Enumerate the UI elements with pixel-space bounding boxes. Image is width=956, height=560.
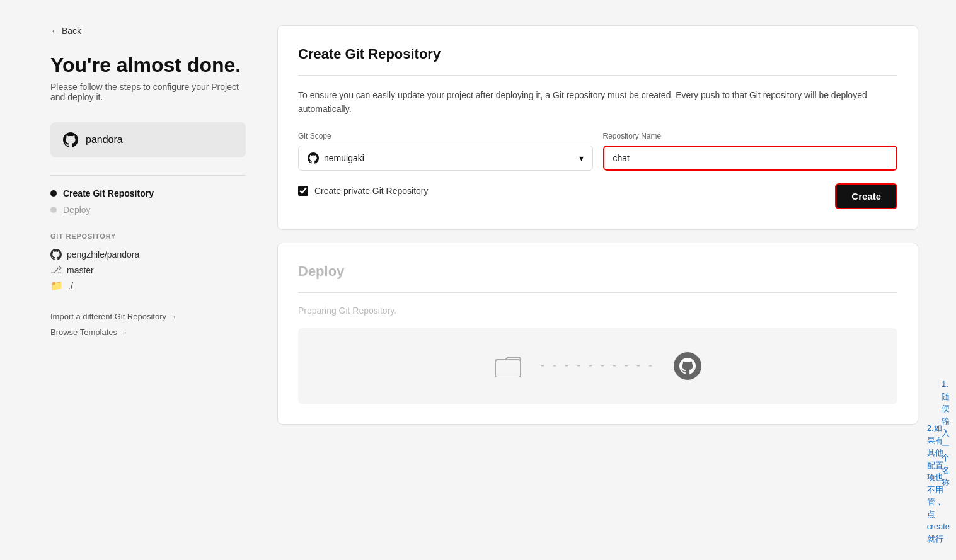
repo-name-label: Repository Name (603, 132, 898, 140)
import-repo-link[interactable]: Import a different Git Repository → (50, 312, 246, 321)
repo-info: pengzhile/pandora ⎇ master 📁 ./ (50, 249, 246, 292)
chevron-down-icon: ▾ (579, 153, 584, 163)
create-repo-card-title: Create Git Repository (298, 46, 897, 62)
deploy-status: Preparing Git Repository. (298, 306, 897, 316)
back-link[interactable]: ← Back (50, 26, 81, 36)
account-name: pandora (86, 134, 123, 146)
git-scope-label: Git Scope (298, 132, 593, 140)
page-title: You're almost done. (50, 54, 246, 77)
step-item-deploy: Deploy (50, 205, 246, 215)
right-panel: Create Git Repository To ensure you can … (265, 0, 956, 560)
branch-name: master (67, 265, 94, 275)
annotation-2: 2.如果有其他配置项也不用管，点create就行 (927, 422, 950, 545)
step-dot-active (50, 190, 57, 197)
repo-name-input[interactable] (603, 146, 898, 171)
path-row: 📁 ./ (50, 280, 246, 292)
step-list: Create Git Repository Deploy (50, 188, 246, 215)
git-scope-select[interactable]: nemuigaki ▾ (298, 146, 593, 171)
repo-name-row: pengzhile/pandora (50, 249, 246, 260)
branch-row: ⎇ master (50, 264, 246, 276)
svg-rect-0 (495, 360, 521, 377)
git-scope-group: Git Scope nemuigaki ▾ (298, 132, 593, 171)
github-icon-repo (50, 249, 62, 260)
repo-name-group: Repository Name (603, 132, 898, 171)
divider (50, 175, 246, 176)
deploy-dashes: - - - - - - - - - - (541, 359, 655, 372)
github-icon (63, 132, 78, 147)
form-row: Git Scope nemuigaki ▾ Repository Name (298, 132, 897, 171)
checkbox-row: Create private Git Repository (298, 186, 429, 196)
deploy-card-title: Deploy (298, 263, 897, 280)
deploy-visual: - - - - - - - - - - (298, 328, 897, 404)
folder-icon-deploy (494, 352, 522, 380)
checkbox-label: Create private Git Repository (314, 186, 429, 196)
card-divider-2 (298, 292, 897, 293)
left-links: Import a different Git Repository → Brow… (50, 312, 246, 337)
step-label-create-repo: Create Git Repository (63, 188, 154, 198)
browse-templates-link[interactable]: Browse Templates → (50, 328, 246, 337)
card-description: To ensure you can easily update your pro… (298, 88, 897, 117)
scope-inner: nemuigaki (308, 152, 364, 164)
private-repo-checkbox[interactable] (298, 186, 308, 196)
repo-full-name: pengzhile/pandora (67, 249, 139, 260)
github-icon-scope (308, 152, 319, 164)
github-icon-deploy (674, 352, 701, 380)
step-label-deploy: Deploy (63, 205, 91, 215)
git-scope-value: nemuigaki (324, 153, 364, 163)
deploy-card: Deploy Preparing Git Repository. - - - -… (277, 243, 918, 425)
step-item-create-repo: Create Git Repository (50, 188, 246, 198)
card-divider-1 (298, 75, 897, 76)
git-repository-section-title: GIT REPOSITORY (50, 232, 246, 240)
step-dot-inactive (50, 207, 57, 213)
branch-icon: ⎇ (50, 264, 62, 276)
page-subtitle: Please follow the steps to configure you… (50, 82, 246, 102)
create-repo-card: Create Git Repository To ensure you can … (277, 25, 918, 230)
folder-icon-small: 📁 (50, 280, 63, 292)
account-card[interactable]: pandora (50, 122, 246, 157)
repo-path: ./ (68, 281, 73, 291)
create-button[interactable]: Create (835, 183, 897, 209)
